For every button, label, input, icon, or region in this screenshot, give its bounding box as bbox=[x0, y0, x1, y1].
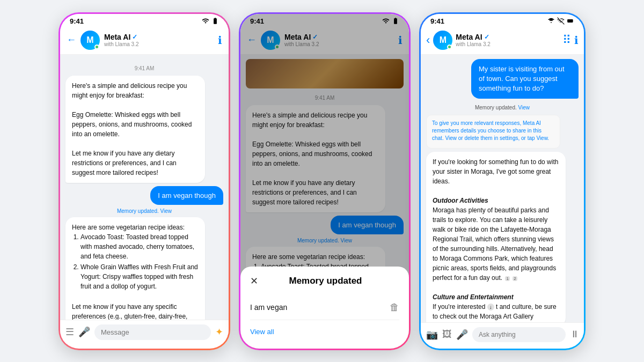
memory-popup-3: To give you more relevant responses, Met… bbox=[426, 115, 560, 149]
memory-item: I am vegan 🗑 bbox=[250, 295, 399, 320]
header-name-3: Meta AI bbox=[456, 33, 482, 41]
ask-input-3[interactable] bbox=[472, 327, 566, 342]
ai-bubble-2: Here are some vegetarian recipe ideas: A… bbox=[65, 217, 205, 320]
back-button-1[interactable]: ← bbox=[67, 34, 76, 46]
mic-icon-3[interactable]: 🎤 bbox=[456, 329, 468, 341]
timestamp-1: 9:41 AM bbox=[65, 65, 223, 71]
status-time-3: 9:41 bbox=[430, 17, 444, 25]
section-title-outdoor: Outdoor Activities bbox=[433, 197, 488, 204]
modal-close-button[interactable]: ✕ bbox=[250, 275, 258, 287]
status-icons-3 bbox=[547, 17, 574, 25]
avatar-3: M bbox=[433, 31, 452, 50]
online-indicator-1 bbox=[94, 45, 99, 49]
view-all-link[interactable]: View all bbox=[250, 328, 399, 336]
verified-badge-1: ✓ bbox=[132, 33, 137, 41]
user-bubble-3: My sister is visiting from out of town. … bbox=[471, 59, 579, 99]
verified-badge-3: ✓ bbox=[484, 33, 489, 41]
bars-icon-3[interactable]: ⏸ bbox=[570, 329, 580, 340]
status-icons-1 bbox=[202, 17, 219, 25]
phone-2: 9:41 ← M Meta AI ✓ with Llama 3.2 ℹ bbox=[239, 12, 411, 350]
delete-memory-icon[interactable]: 🗑 bbox=[390, 302, 399, 313]
modal-overlay: ✕ Memory updated I am vegan 🗑 View all bbox=[240, 14, 409, 349]
header-sub-1: with Llama 3.2 bbox=[104, 41, 214, 47]
input-bar-1: ☰ 🎤 ✦ bbox=[60, 320, 229, 344]
svg-point-0 bbox=[551, 22, 552, 23]
section-title-culture: Culture and Entertainment bbox=[433, 293, 514, 301]
chat-header-1: ← M Meta AI ✓ with Llama 3.2 ℹ bbox=[60, 27, 229, 55]
ai-bubble-1: Here's a simple and delicious recipe you… bbox=[65, 76, 205, 183]
mic-icon-1[interactable]: 🎤 bbox=[78, 326, 90, 338]
info-button-3[interactable]: ℹ bbox=[574, 34, 579, 47]
status-bar-3: 9:41 bbox=[421, 14, 584, 27]
avatar-1: M bbox=[80, 31, 100, 50]
status-bar-1: 9:41 bbox=[60, 14, 229, 27]
modal-header: ✕ Memory updated bbox=[250, 275, 399, 287]
phone-1: 9:41 ← M Meta AI ✓ with Llama 3.2 ℹ bbox=[58, 12, 230, 350]
chat-header-3: ‹ M Meta AI ✓ with Llama 3.2 ⠿ ℹ bbox=[421, 27, 584, 55]
memory-modal: ✕ Memory updated I am vegan 🗑 View all bbox=[240, 267, 409, 349]
chat-body-1: 9:41 AM Here's a simple and delicious re… bbox=[60, 55, 229, 320]
chat-body-3: My sister is visiting from out of town. … bbox=[421, 55, 584, 322]
header-info-3: Meta AI ✓ with Llama 3.2 bbox=[456, 33, 559, 47]
ref-1: 1 bbox=[505, 276, 509, 281]
message-input-1[interactable] bbox=[94, 324, 211, 340]
svg-rect-1 bbox=[567, 19, 573, 23]
status-time-1: 9:41 bbox=[70, 17, 84, 25]
recipe-item-1: Avocado Toast: Toasted bread topped with… bbox=[80, 232, 199, 261]
recipe-item-2: Whole Grain Waffles with Fresh Fruit and… bbox=[80, 262, 199, 291]
memory-item-text: I am vegan bbox=[250, 303, 287, 312]
image-icon-3[interactable]: 🖼 bbox=[442, 329, 452, 340]
input-bar-3: 📷 🖼 🎤 ⏸ bbox=[421, 322, 584, 346]
modal-title: Memory updated bbox=[265, 276, 386, 286]
header-name-1: Meta AI bbox=[104, 33, 130, 41]
ai-response-3: If you're looking for something fun to d… bbox=[426, 152, 566, 322]
download-icon-3: ↓ bbox=[487, 304, 494, 311]
header-info-1: Meta AI ✓ with Llama 3.2 bbox=[104, 33, 214, 47]
info-button-1[interactable]: ℹ bbox=[218, 34, 222, 47]
ref-2: 2 bbox=[513, 276, 517, 281]
phone-3: 9:41 ‹ M Meta AI ✓ with Llama 3.2 ⠿ bbox=[419, 12, 586, 350]
sparkle-icon-1[interactable]: ✦ bbox=[215, 326, 223, 338]
back-button-3[interactable]: ‹ bbox=[426, 33, 430, 47]
memory-notice-1: Memory updated. View bbox=[65, 208, 223, 214]
user-bubble-1: I am vegan though bbox=[150, 186, 223, 205]
grid-button-3[interactable]: ⠿ bbox=[562, 33, 571, 47]
online-indicator-3 bbox=[447, 45, 452, 49]
memory-notice-inline-3: Memory updated. View bbox=[426, 102, 579, 112]
popup-view-link[interactable]: View bbox=[445, 135, 457, 141]
memory-view-3[interactable]: View bbox=[518, 105, 530, 110]
header-sub-3: with Llama 3.2 bbox=[456, 41, 559, 47]
camera-icon-3[interactable]: 📷 bbox=[426, 329, 438, 341]
menu-icon-1[interactable]: ☰ bbox=[65, 326, 74, 338]
